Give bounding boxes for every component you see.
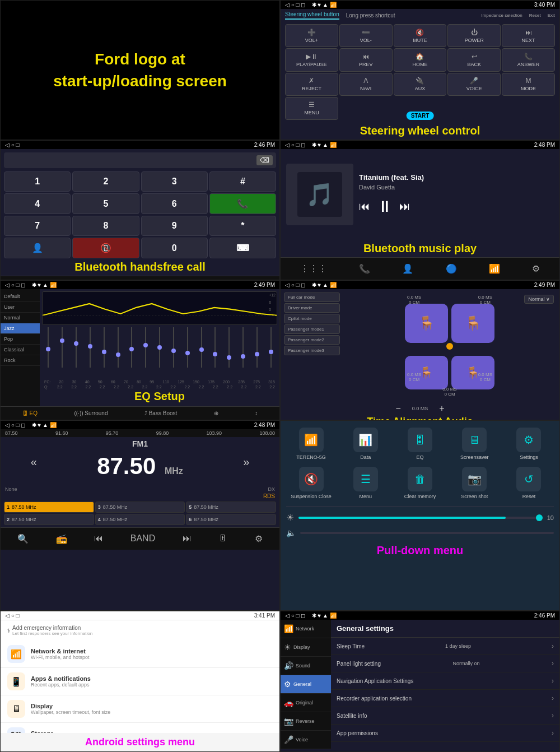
ta-mode-fullcar[interactable]: Full car mode — [284, 293, 340, 302]
music-call-icon[interactable]: 📞 — [354, 261, 375, 276]
radio-scan-fwd-btn[interactable]: » — [243, 456, 249, 468]
gs-side-original[interactable]: 🚗 Original — [281, 694, 331, 712]
brightness-track[interactable] — [298, 517, 543, 519]
eq-preset-jazz[interactable]: Jazz — [1, 323, 40, 334]
gs-row-panel[interactable]: Panel light setting Normally on › — [331, 655, 559, 672]
ta-mode-pass3[interactable]: Passenger mode3 — [284, 346, 340, 355]
key-hangup[interactable]: 📵 — [72, 238, 139, 258]
gs-side-reverse[interactable]: 📷 Reverse — [281, 712, 331, 731]
gs-side-network[interactable]: 📶 Network — [281, 620, 331, 638]
eq-preset-default[interactable]: Default — [1, 291, 40, 302]
ta-minus-btn[interactable]: − — [395, 403, 400, 414]
music-contacts-icon[interactable]: 👤 — [398, 261, 418, 276]
sw-tab-longpress[interactable]: Long press shortcut — [346, 12, 395, 18]
sw-btn-back[interactable]: ↩BACK — [447, 48, 501, 71]
preset-2[interactable]: 287.50 MHz — [4, 514, 94, 525]
key-contacts[interactable]: 👤 — [4, 238, 71, 258]
key-4[interactable]: 4 — [4, 193, 71, 214]
key-call[interactable]: 📞 — [209, 193, 276, 214]
eq-preset-rock[interactable]: Rock — [1, 355, 40, 366]
eq-bar-11[interactable] — [195, 327, 208, 368]
eq-bar-15[interactable] — [250, 327, 263, 368]
sw-tab-steering[interactable]: Steering wheel button — [285, 11, 339, 20]
key-6[interactable]: 6 — [141, 193, 208, 214]
ta-mode-driver[interactable]: Driver mode — [284, 303, 340, 313]
gs-side-sound[interactable]: 🔊 Sound — [281, 657, 331, 675]
radio-search-icon[interactable]: 🔍 — [13, 531, 33, 546]
eq-bar-6[interactable] — [125, 327, 138, 368]
pd-suspension[interactable]: 🔇 Suspension Close — [286, 467, 336, 499]
eq-bar-16[interactable] — [264, 327, 277, 368]
eq-bar-14[interactable] — [237, 327, 250, 368]
ta-mode-pass1[interactable]: Passenger mode1 — [284, 324, 340, 334]
sw-btn-reject[interactable]: ✗REJECT — [285, 73, 338, 96]
key-dialpad[interactable]: ⌨ — [209, 238, 276, 258]
sw-btn-navi[interactable]: ANAVI — [339, 73, 393, 96]
radio-eq-btn[interactable]: 🎚 — [214, 531, 232, 546]
ta-mode-pass2[interactable]: Passenger mode2 — [284, 335, 340, 345]
eq-bar-9[interactable] — [167, 327, 180, 368]
music-bt2-icon[interactable]: 📶 — [484, 261, 505, 276]
eq-tab-4[interactable]: ⊕ — [214, 410, 218, 416]
eq-bar-13[interactable] — [223, 327, 236, 368]
eq-tab-eq[interactable]: 🎛 EQ — [22, 410, 38, 416]
radio-antenna-icon[interactable]: 📻 — [52, 531, 72, 546]
pd-reset[interactable]: ↺ Reset — [504, 467, 554, 499]
sw-reset-label[interactable]: Reset — [529, 13, 541, 18]
eq-preset-user[interactable]: User — [1, 302, 40, 313]
gs-row-satellite[interactable]: Satellite info › — [331, 707, 559, 725]
gs-row-permissions[interactable]: App permissions › — [331, 725, 559, 742]
sw-btn-aux[interactable]: 🔌AUX — [394, 73, 447, 96]
preset-1[interactable]: 187.50 MHz — [4, 502, 94, 513]
volume-track[interactable] — [300, 532, 554, 534]
sw-btn-next[interactable]: ⏭NEXT — [502, 24, 555, 47]
gs-row-sleep[interactable]: Sleep Time 1 day sleep › — [331, 638, 559, 655]
ta-mode-cpilot[interactable]: Cpilot mode — [284, 314, 340, 323]
key-hash[interactable]: # — [209, 171, 276, 192]
eq-preset-classical[interactable]: Classical — [1, 345, 40, 355]
key-5[interactable]: 5 — [72, 193, 139, 214]
radio-scan-back-btn[interactable]: « — [31, 456, 37, 468]
sw-btn-answer[interactable]: 📞ANSWER — [502, 48, 555, 71]
pd-screenshot[interactable]: 📷 Screen shot — [450, 467, 500, 499]
music-menu-icon[interactable]: ⋮⋮⋮ — [296, 261, 332, 276]
radio-prev-btn[interactable]: ⏮ — [90, 531, 108, 546]
gs-side-voice[interactable]: 🎤 Voice — [281, 731, 331, 749]
preset-5[interactable]: 587.50 MHz — [186, 502, 276, 513]
eq-bar-4[interactable] — [97, 327, 110, 368]
radio-band-btn[interactable]: BAND — [126, 531, 160, 546]
key-9[interactable]: 9 — [141, 216, 208, 236]
music-prev-btn[interactable]: ⏮ — [359, 200, 370, 213]
key-3[interactable]: 3 — [141, 171, 208, 192]
android-item-network[interactable]: 📶 Network & internet Wi-Fi, mobile, and … — [1, 640, 279, 668]
preset-4[interactable]: 487.50 MHz — [95, 514, 185, 525]
pd-eq[interactable]: 🎛 EQ — [395, 428, 445, 460]
gs-side-display[interactable]: ☀ Display — [281, 638, 331, 657]
sw-btn-volup[interactable]: ➕VOL+ — [285, 24, 338, 47]
eq-bar-1[interactable] — [56, 327, 69, 368]
eq-bar-8[interactable] — [153, 327, 166, 368]
eq-bar-3[interactable] — [83, 327, 96, 368]
pd-menu[interactable]: ☰ Menu — [340, 467, 390, 499]
sw-btn-playpause[interactable]: ▶⏸PLAY/PAUSE — [285, 48, 338, 71]
android-item-display[interactable]: 🖥 Display Wallpaper, screen timeout, fon… — [1, 695, 279, 723]
eq-bar-5[interactable] — [111, 327, 124, 368]
eq-bar-12[interactable] — [209, 327, 222, 368]
sw-exit-label[interactable]: Exit — [548, 13, 555, 18]
key-0[interactable]: 0 — [141, 238, 208, 258]
phone-backspace-btn[interactable]: ⌫ — [256, 155, 273, 165]
music-bt-icon[interactable]: 🔵 — [441, 261, 461, 276]
android-item-apps[interactable]: 📱 Apps & notifications Recent apps, defa… — [1, 668, 279, 695]
sw-btn-voldown[interactable]: ➖VOL- — [339, 24, 393, 47]
eq-bar-7[interactable] — [139, 327, 152, 368]
android-item-storage[interactable]: 💾 Storage 34% used - 21.19 GB free — [1, 723, 279, 733]
sw-btn-home[interactable]: 🏠HOME — [394, 48, 447, 71]
eq-preset-pop[interactable]: Pop — [1, 334, 40, 345]
eq-tab-surround[interactable]: ((·)) Surround — [74, 410, 108, 416]
key-star[interactable]: * — [209, 216, 276, 236]
sw-btn-power[interactable]: ⏻POWER — [447, 24, 501, 47]
sw-btn-mode[interactable]: MMODE — [502, 73, 555, 96]
eq-tab-5[interactable]: ↕ — [255, 410, 258, 416]
eq-preset-normal[interactable]: Normal — [1, 313, 40, 323]
eq-tab-bass[interactable]: ⤴ Bass Boost — [144, 410, 177, 416]
